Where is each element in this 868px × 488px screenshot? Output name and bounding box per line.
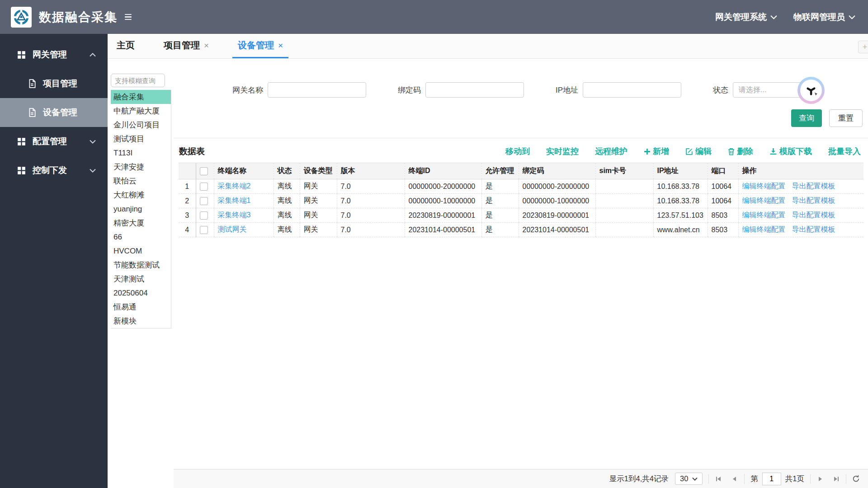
terminal-name-link[interactable]: 采集终端1	[218, 197, 251, 204]
status-select[interactable]: 请选择...	[733, 82, 819, 98]
project-item[interactable]: 精密大厦	[111, 216, 171, 230]
version-cell: 7.0	[337, 208, 405, 223]
toolbar-action-add[interactable]: 新增	[644, 146, 669, 157]
column-header: 终端名称	[214, 163, 274, 179]
project-item[interactable]: T113I	[111, 146, 171, 160]
last-page-button[interactable]	[833, 475, 840, 483]
terminal-name-link[interactable]: 采集终端3	[218, 211, 251, 219]
toolbar-action-delete[interactable]: 删除	[728, 146, 753, 157]
bind-code-cell: 20231014-00000501	[519, 223, 595, 237]
menu-toggle-icon[interactable]	[125, 14, 132, 20]
project-item[interactable]: 66	[111, 230, 171, 244]
tab-overflow-button[interactable]: +	[858, 41, 868, 53]
first-page-button[interactable]	[715, 475, 722, 483]
edit-terminal-config-link[interactable]: 编辑终端配置	[742, 211, 786, 219]
version-cell: 7.0	[337, 223, 405, 237]
column-header: 操作	[738, 163, 863, 179]
sidebar-item-config-management[interactable]: 配置管理	[0, 127, 108, 156]
previous-page-button[interactable]	[731, 475, 738, 483]
project-item[interactable]: 节能数据测试	[111, 258, 171, 272]
system-dropdown[interactable]: 网关管理系统	[715, 11, 777, 23]
toolbar-action-label: 模版下载	[779, 146, 812, 157]
user-dropdown[interactable]: 物联网管理员	[793, 11, 855, 23]
tab-device-management[interactable]: 设备管理×	[232, 34, 288, 58]
project-item[interactable]: 20250604	[111, 286, 171, 300]
sidebar-item-label: 设备管理	[43, 107, 77, 118]
tab-project-management[interactable]: 项目管理×	[158, 34, 214, 58]
previous-page-icon	[731, 475, 738, 483]
project-panel: 融合采集中航产融大厦金川公司项目测试项目T113I天津安捷联怡云大红柳滩yuan…	[111, 74, 171, 488]
row-checkbox[interactable]	[200, 211, 208, 220]
toolbar-action-batch-import[interactable]: 批量导入	[828, 146, 861, 157]
project-list: 融合采集中航产融大厦金川公司项目测试项目T113I天津安捷联怡云大红柳滩yuan…	[111, 90, 171, 328]
project-item[interactable]: 融合采集	[111, 90, 171, 104]
input-overlay-badge-icon[interactable]	[797, 77, 825, 104]
project-item[interactable]: 天津安捷	[111, 160, 171, 174]
terminal-name-link[interactable]: 采集终端2	[218, 182, 251, 190]
query-button[interactable]: 查询	[791, 109, 822, 127]
ip-address-input[interactable]	[583, 82, 681, 98]
device-type-cell: 网关	[300, 194, 337, 208]
column-header: IP地址	[653, 163, 708, 179]
toolbar-action-remote-maintenance[interactable]: 远程维护	[595, 146, 627, 157]
project-item[interactable]: 金川公司项目	[111, 118, 171, 132]
refresh-button[interactable]	[852, 475, 860, 483]
page-number-input[interactable]	[762, 473, 781, 485]
project-item[interactable]: 新模块	[111, 314, 171, 328]
row-index: 4	[179, 223, 196, 237]
ip-cell: 10.168.33.78	[653, 194, 708, 208]
bind-code-input[interactable]	[425, 82, 524, 98]
sidebar-item-label: 项目管理	[43, 78, 77, 89]
toolbar-action-realtime-monitor[interactable]: 实时监控	[546, 146, 579, 157]
row-actions-cell: 编辑终端配置导出配置模板	[738, 208, 863, 223]
tab-home[interactable]: 主页	[111, 34, 140, 58]
next-page-button[interactable]	[816, 475, 824, 483]
project-item[interactable]: 天津测试	[111, 272, 171, 286]
refresh-icon	[852, 475, 860, 483]
sidebar-item-project-management[interactable]: 项目管理	[0, 69, 108, 98]
project-item[interactable]: 恒易通	[111, 300, 171, 314]
edit-terminal-config-link[interactable]: 编辑终端配置	[742, 225, 786, 233]
gateway-name-input[interactable]	[268, 82, 366, 98]
terminal-name-link[interactable]: 测试网关	[218, 225, 247, 233]
toolbar-action-edit[interactable]: 编辑	[685, 146, 712, 157]
toolbar-action-template-download[interactable]: 模版下载	[769, 146, 812, 157]
row-checkbox[interactable]	[200, 226, 208, 234]
toolbar-action-label: 批量导入	[828, 146, 861, 157]
port-cell: 10064	[708, 179, 738, 194]
project-item[interactable]: yuanjing	[111, 202, 171, 216]
project-item[interactable]: 测试项目	[111, 132, 171, 146]
sidebar-item-device-management[interactable]: 设备管理	[0, 98, 108, 127]
toolbar-action-move-to[interactable]: 移动到	[505, 146, 530, 157]
project-item[interactable]: 联怡云	[111, 174, 171, 188]
project-item[interactable]: 大红柳滩	[111, 188, 171, 202]
row-checkbox[interactable]	[200, 197, 208, 205]
close-icon[interactable]: ×	[278, 41, 283, 50]
export-config-template-link[interactable]: 导出配置模板	[792, 225, 835, 233]
export-config-template-link[interactable]: 导出配置模板	[792, 197, 835, 204]
document-icon	[28, 108, 36, 117]
reset-button[interactable]: 重置	[829, 109, 863, 127]
sidebar-item-control-dispatch[interactable]: 控制下发	[0, 156, 108, 185]
row-actions-cell: 编辑终端配置导出配置模板	[738, 223, 863, 237]
close-icon[interactable]: ×	[204, 41, 209, 50]
bind-code-cell: 00000000-20000000	[519, 179, 595, 194]
edit-terminal-config-link[interactable]: 编辑终端配置	[742, 182, 786, 190]
page-size-select[interactable]: 30	[675, 473, 703, 485]
terminal-name-cell: 测试网关	[214, 223, 274, 237]
select-all-checkbox[interactable]	[200, 167, 208, 175]
chevron-down-icon	[849, 15, 855, 19]
sidebar-item-gateway-management[interactable]: 网关管理	[0, 40, 108, 69]
project-search-input[interactable]	[111, 74, 165, 87]
edit-terminal-config-link[interactable]: 编辑终端配置	[742, 197, 786, 204]
edit-icon	[685, 148, 693, 155]
export-config-template-link[interactable]: 导出配置模板	[792, 211, 835, 219]
total-pages-label: 共1页	[785, 474, 804, 484]
project-item[interactable]: HVCOM	[111, 244, 171, 258]
column-header: 绑定码	[519, 163, 595, 179]
project-item[interactable]: 中航产融大厦	[111, 104, 171, 118]
status-label: 状态	[713, 85, 728, 95]
row-checkbox[interactable]	[200, 183, 208, 191]
row-select-cell	[196, 223, 214, 237]
export-config-template-link[interactable]: 导出配置模板	[792, 182, 835, 190]
